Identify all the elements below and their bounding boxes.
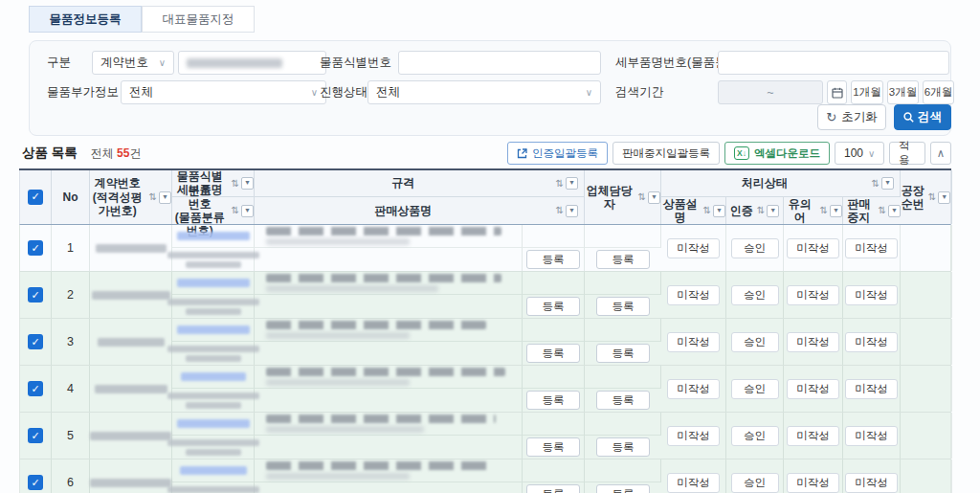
redacted-item-id-link[interactable]	[177, 325, 250, 334]
register-button[interactable]: 등록	[526, 344, 580, 363]
list-total: 전체 55건	[91, 146, 142, 162]
status-cert-button[interactable]: 승인	[731, 379, 779, 399]
status-synonym-button[interactable]: 미작성	[787, 332, 839, 352]
status-stop-sale-button[interactable]: 미작성	[845, 285, 898, 305]
select-all-checkbox[interactable]: ✓	[28, 190, 43, 205]
calendar-icon[interactable]	[827, 80, 847, 104]
status-synonym-button[interactable]: 미작성	[787, 473, 839, 493]
redacted-item-id-link[interactable]	[180, 466, 247, 475]
status-synonym-button[interactable]: 미작성	[787, 238, 839, 258]
status-product-desc-button[interactable]: 미작성	[667, 473, 720, 493]
filter-dropdown-icon[interactable]: ▼	[881, 177, 894, 190]
period-range-input[interactable]: ~	[718, 80, 823, 104]
row-checkbox[interactable]: ✓	[28, 240, 43, 256]
sort-icon[interactable]: ⇅	[232, 178, 239, 190]
filter-dropdown-icon[interactable]: ▼	[830, 205, 842, 217]
item-id-input[interactable]	[398, 51, 601, 75]
status-stop-sale-button[interactable]: 미작성	[845, 332, 898, 352]
row-checkbox[interactable]: ✓	[28, 381, 43, 396]
row-checkbox[interactable]: ✓	[28, 334, 43, 349]
status-cert-button[interactable]: 승인	[731, 426, 779, 446]
gubun-select[interactable]: 계약번호 ∨	[92, 51, 174, 75]
vendor-register-button[interactable]: 등록	[596, 250, 650, 269]
filter-dropdown-icon[interactable]: ▼	[159, 191, 171, 204]
status-product-desc-button[interactable]: 미작성	[667, 426, 720, 446]
row-status-stop-sale: 미작성	[843, 319, 901, 365]
progress-select[interactable]: 전체 ∨	[368, 80, 601, 104]
status-synonym-button[interactable]: 미작성	[787, 379, 839, 399]
search-button[interactable]: 검색	[894, 104, 951, 130]
reset-button-label: 초기화	[841, 109, 878, 125]
vendor-register-button[interactable]: 등록	[596, 437, 650, 457]
filter-dropdown-icon[interactable]: ▼	[888, 205, 901, 217]
filter-dropdown-icon[interactable]: ▼	[648, 191, 660, 204]
gubun-value-input[interactable]	[178, 51, 326, 75]
filter-dropdown-icon[interactable]: ▼	[241, 177, 254, 190]
status-stop-sale-button[interactable]: 미작성	[845, 238, 898, 258]
status-stop-sale-button[interactable]: 미작성	[845, 473, 898, 493]
apply-button[interactable]: 적용	[889, 142, 925, 165]
sort-icon[interactable]: ⇅	[879, 205, 886, 216]
status-stop-sale-button[interactable]: 미작성	[845, 379, 898, 399]
redacted-item-id-link[interactable]	[177, 232, 250, 240]
sort-icon[interactable]: ⇅	[757, 205, 765, 216]
status-product-desc-button[interactable]: 미작성	[667, 332, 720, 352]
detail-id-input[interactable]	[718, 51, 949, 75]
sort-icon[interactable]: ⇅	[820, 205, 828, 216]
status-stop-sale-button[interactable]: 미작성	[845, 426, 898, 446]
vendor-register-button[interactable]: 등록	[596, 391, 650, 410]
row-checkbox[interactable]: ✓	[28, 287, 43, 303]
register-button[interactable]: 등록	[526, 297, 580, 316]
sort-icon[interactable]: ⇅	[638, 191, 646, 203]
status-cert-button[interactable]: 승인	[731, 238, 779, 258]
register-button[interactable]: 등록	[526, 250, 580, 269]
sort-icon[interactable]: ⇅	[703, 205, 711, 216]
status-synonym-button[interactable]: 미작성	[787, 285, 839, 305]
tab-representative-item[interactable]: 대표물품지정	[142, 6, 255, 33]
sort-icon[interactable]: ⇅	[556, 205, 564, 216]
filter-dropdown-icon[interactable]: ▼	[241, 205, 254, 217]
register-button[interactable]: 등록	[526, 391, 580, 410]
vendor-register-button[interactable]: 등록	[596, 297, 650, 316]
cert-bulk-register-button[interactable]: 인증일괄등록	[507, 142, 608, 165]
stop-sale-bulk-register-button[interactable]: 판매중지일괄등록	[612, 142, 720, 165]
period-1month-button[interactable]: 1개월	[851, 80, 883, 104]
filter-dropdown-icon[interactable]: ▼	[566, 177, 578, 190]
page: 물품정보등록 대표물품지정 구분 계약번호 ∨ 물품식별번호 세부품명번호(물품…	[0, 0, 980, 493]
sort-icon[interactable]: ⇅	[232, 205, 239, 216]
status-product-desc-button[interactable]: 미작성	[667, 238, 720, 258]
sort-icon[interactable]: ⇅	[149, 191, 157, 203]
reset-button[interactable]: ↻ 초기화	[817, 104, 886, 130]
tab-item-info-register[interactable]: 물품정보등록	[29, 6, 142, 33]
filter-dropdown-icon[interactable]: ▼	[566, 205, 578, 217]
filter-dropdown-icon[interactable]: ▼	[938, 191, 950, 204]
page-size-select[interactable]: 100 ∨	[835, 142, 884, 165]
sort-icon[interactable]: ⇅	[872, 178, 880, 190]
header-synonym-label: 유의어	[784, 197, 816, 225]
status-product-desc-button[interactable]: 미작성	[667, 285, 720, 305]
register-button[interactable]: 등록	[526, 437, 580, 457]
status-synonym-button[interactable]: 미작성	[787, 426, 839, 446]
row-checkbox[interactable]: ✓	[28, 475, 43, 490]
status-cert-button[interactable]: 승인	[731, 473, 779, 493]
sort-icon[interactable]: ⇅	[928, 191, 936, 203]
register-button[interactable]: 등록	[526, 484, 580, 493]
filter-dropdown-icon[interactable]: ▼	[713, 205, 725, 217]
vendor-register-button[interactable]: 등록	[596, 344, 650, 363]
row-checkbox[interactable]: ✓	[28, 428, 43, 443]
excel-download-button[interactable]: X↓ 엑셀다운로드	[724, 142, 830, 165]
redacted-item-id-link[interactable]	[177, 279, 250, 287]
collapse-button[interactable]: ∧	[930, 142, 951, 165]
redacted-item-id-link[interactable]	[177, 419, 250, 428]
period-6month-button[interactable]: 6개월	[923, 80, 954, 104]
redacted-item-id-link[interactable]	[181, 372, 246, 381]
status-cert-button[interactable]: 승인	[731, 332, 779, 352]
period-3month-button[interactable]: 3개월	[887, 80, 919, 104]
row-factory-order	[901, 319, 952, 365]
sort-icon[interactable]: ⇅	[556, 178, 564, 190]
vendor-register-button[interactable]: 등록	[596, 484, 650, 493]
extra-info-select[interactable]: 전체 ∨	[121, 80, 326, 104]
status-product-desc-button[interactable]: 미작성	[667, 379, 720, 399]
filter-dropdown-icon[interactable]: ▼	[767, 205, 779, 217]
status-cert-button[interactable]: 승인	[731, 285, 779, 305]
